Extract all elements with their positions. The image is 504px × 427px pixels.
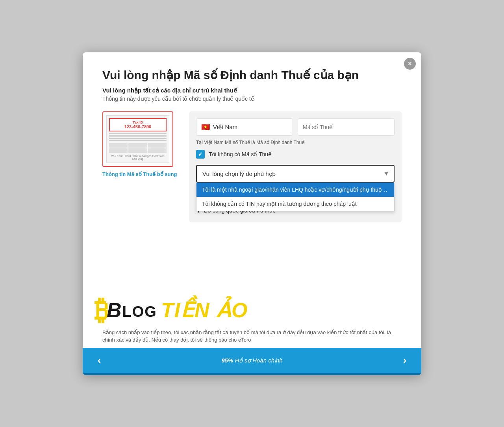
dropdown-option-1[interactable]: Tôi là một nhà ngoại giao/nhân viên LHQ … [196,183,394,197]
card-cell [128,143,147,148]
country-name: Việt Nam [213,124,237,131]
card-cell [148,143,167,148]
country-flag-icon: 🇻🇳 [201,123,210,131]
main-title: Vui lòng nhập Mã số Định danh Thuế của b… [102,68,402,82]
progress-label: Hồ sơ Hoàn chỉnh [235,357,282,364]
card-line [109,138,167,139]
card-line [109,133,167,134]
back-button[interactable]: ‹ [91,352,108,369]
side-link[interactable]: Thông tin Mã số Thuế bổ sung [102,171,177,178]
dropdown-wrapper[interactable]: Vui lòng chọn lý do phù hợp ▼ Tôi là một… [196,165,395,183]
next-button[interactable]: › [396,352,413,369]
card-line [109,135,167,137]
close-button[interactable]: × [404,58,416,70]
card-cell [148,148,167,153]
card-line [109,140,167,141]
disclaimer-text: Bằng cách nhấp vào tiếp theo, tôi xác nh… [83,329,421,344]
reason-dropdown[interactable]: Vui lòng chọn lý do phù hợp [196,165,395,183]
tax-id-number: 123-456-7890 [113,124,163,129]
tax-id-box: Tax ID 123-456-7890 [109,118,167,131]
subtitle: Vui lòng nhập tất cả các địa chỉ cư trú … [102,87,402,94]
card-cell [128,148,147,153]
modal-container: × Vui lòng nhập Mã số Định danh Thuế của… [83,52,421,375]
card-cell [109,143,128,148]
note-text: Tại Việt Nam Mã số Thuế là Mã số Định da… [196,140,395,145]
logo-section: ₿ BLOG TIỀN ẢO [83,296,421,324]
tax-card-inner: Tax ID 123-456-7890 [106,115,169,163]
bottom-blue-line [83,373,421,375]
progress-text: 95% Hồ sơ Hoàn chỉnh [221,357,282,364]
content-row: Tax ID 123-456-7890 [102,111,402,222]
description: Thông tin này được yêu cầu bởi tổ chức q… [102,96,402,102]
progress-pct: 95% [221,357,233,364]
checkbox-row[interactable]: ✓ Tôi không có Mã số Thuế [196,150,395,159]
card-cell [109,148,128,153]
tax-number-input[interactable] [298,118,395,136]
tax-card: Tax ID 123-456-7890 [102,111,173,167]
card-lines [109,133,167,141]
input-row: 🇻🇳 Việt Nam [196,118,395,136]
card-grid [109,143,167,153]
right-panel: 🇻🇳 Việt Nam Tại Việt Nam Mã số Thuế là M… [189,111,402,222]
dropdown-options-list: Tôi là một nhà ngoại giao/nhân viên LHQ … [196,183,395,211]
dropdown-option-2[interactable]: Tôi không cần có TIN hay một mã tương đư… [196,197,394,211]
checkbox-label: Tôi không có Mã số Thuế [209,151,272,157]
left-panel: Tax ID 123-456-7890 [102,111,177,178]
country-input[interactable]: 🇻🇳 Việt Nam [196,118,293,136]
tax-id-label: Tax ID [113,120,163,124]
bitcoin-icon: ₿ [94,296,108,324]
card-bottom-text: W-2 Form, Card Field, at Margos Events o… [109,155,167,160]
checkbox-box[interactable]: ✓ [196,150,205,159]
checkmark-icon: ✓ [198,151,203,157]
modal-body: Vui lòng nhập Mã số Định danh Thuế của b… [83,52,421,296]
tien-ao-text: TIỀN ẢO [161,298,248,322]
footer-bar: ‹ 95% Hồ sơ Hoàn chỉnh › [83,348,421,373]
blog-text: BLOG [107,298,157,322]
